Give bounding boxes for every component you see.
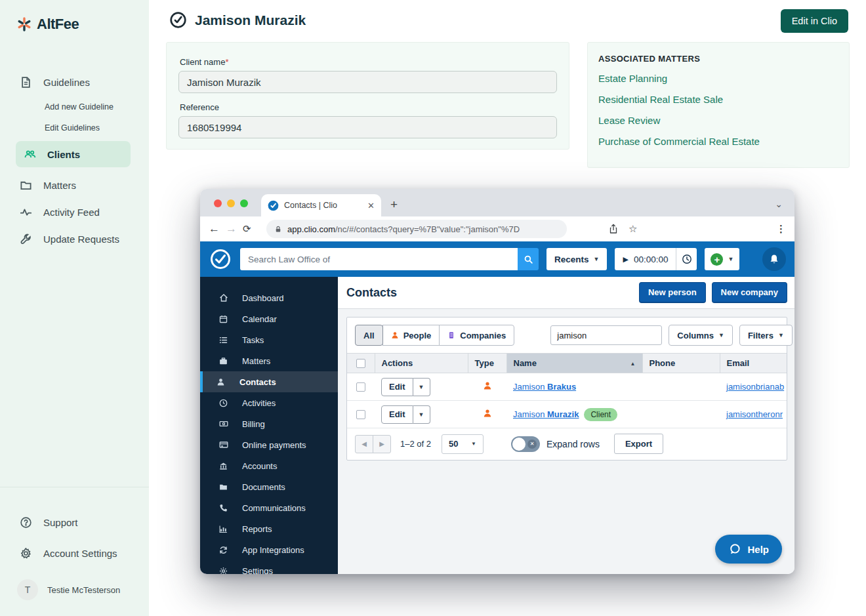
edit-button[interactable]: Edit <box>381 405 413 424</box>
sidebar-item-account-settings[interactable]: Account Settings <box>17 542 149 565</box>
filters-dropdown[interactable]: Filters▼ <box>739 325 793 346</box>
new-person-button[interactable]: New person <box>639 282 706 303</box>
clock-button[interactable] <box>676 248 697 270</box>
sync-icon <box>218 546 228 554</box>
list-icon <box>218 336 228 344</box>
clio-nav-accounts[interactable]: Accounts <box>200 455 338 476</box>
tab-companies[interactable]: Companies <box>439 325 514 346</box>
previous-page-button[interactable]: ◀ <box>355 435 373 453</box>
browser-menu-icon[interactable]: ⋮ <box>776 223 786 235</box>
required-asterisk: * <box>225 57 228 67</box>
contact-email-link[interactable]: jamisonbrianab <box>726 382 784 392</box>
sidebar-item-label: Clients <box>47 149 80 160</box>
sidebar-item-clients[interactable]: Clients <box>16 141 131 167</box>
clio-nav-billing[interactable]: Billing <box>200 413 338 434</box>
clio-nav-documents[interactable]: Documents <box>200 476 338 497</box>
share-icon[interactable] <box>609 224 618 234</box>
close-window-button[interactable] <box>214 199 222 207</box>
sidebar-user[interactable]: T Testie McTesterson <box>17 579 149 600</box>
pager-buttons: ◀ ▶ <box>355 435 391 453</box>
clio-nav-contacts[interactable]: Contacts <box>200 371 338 392</box>
next-page-button[interactable]: ▶ <box>373 435 391 453</box>
sidebar-footer: Support Account Settings T Testie McTest… <box>0 487 149 616</box>
client-name-field[interactable] <box>178 71 557 93</box>
tab-strip-chevron-icon[interactable]: ⌄ <box>775 199 783 209</box>
recents-button[interactable]: Recents▼ <box>546 248 607 270</box>
close-tab-icon[interactable]: ✕ <box>367 201 375 211</box>
columns-dropdown[interactable]: Columns▼ <box>669 325 733 346</box>
matter-link-estate-planning[interactable]: Estate Planning <box>598 73 838 84</box>
banknote-icon <box>218 419 228 428</box>
back-button[interactable]: ← <box>209 222 226 236</box>
matter-link-lease-review[interactable]: Lease Review <box>598 115 838 126</box>
clio-nav-reports[interactable]: Reports <box>200 518 338 539</box>
person-icon <box>391 331 399 339</box>
zoom-window-button[interactable] <box>240 199 248 207</box>
sidebar-item-activity-feed[interactable]: Activity Feed <box>0 201 149 224</box>
reference-field[interactable] <box>178 116 557 138</box>
sidebar-item-guidelines[interactable]: Guidelines <box>0 71 149 94</box>
clio-search-input[interactable] <box>240 248 518 270</box>
sidebar-item-edit-guidelines[interactable]: Edit Guidelines <box>0 119 149 137</box>
sidebar-item-matters[interactable]: Matters <box>0 174 149 197</box>
row-checkbox[interactable] <box>356 382 365 392</box>
edit-in-clio-button[interactable]: Edit in Clio <box>781 9 848 33</box>
chevron-down-icon: ▼ <box>471 441 476 447</box>
forward-button[interactable]: → <box>226 222 243 236</box>
help-button[interactable]: Help <box>715 535 782 564</box>
contact-email-link[interactable]: jamisontheronr <box>726 409 783 419</box>
clio-nav-dashboard[interactable]: Dashboard <box>200 287 338 308</box>
export-button[interactable]: Export <box>614 434 663 454</box>
contact-name-link[interactable]: Jamison Murazik <box>513 409 579 419</box>
browser-window: Contacts | Clio ✕ + ⌄ ← → ⟳ app.clio.com… <box>200 189 794 574</box>
tab-all[interactable]: All <box>355 325 383 346</box>
page-size-select[interactable]: 50▼ <box>442 434 484 454</box>
quick-add-button[interactable]: + ▼ <box>705 248 739 270</box>
tab-people[interactable]: People <box>382 325 440 346</box>
clio-nav-calendar[interactable]: Calendar <box>200 308 338 329</box>
address-bar[interactable]: app.clio.com/nc/#/contacts?query=%7B"val… <box>266 220 567 238</box>
table-header-row: Actions Type Name▲ Phone Email <box>347 354 787 373</box>
clio-nav-activities[interactable]: Activities <box>200 392 338 413</box>
notifications-button[interactable] <box>762 247 786 271</box>
new-company-button[interactable]: New company <box>712 282 787 303</box>
new-tab-button[interactable]: + <box>390 197 398 212</box>
clio-main: Contacts New person New company All Peop… <box>338 277 794 574</box>
sidebar-item-update-requests[interactable]: Update Requests <box>0 228 149 251</box>
folder-icon <box>20 179 33 192</box>
timer-start-button[interactable]: ▶ 00:00:00 <box>615 248 676 270</box>
reload-button[interactable]: ⟳ <box>243 223 262 235</box>
sidebar-item-add-new-guideline[interactable]: Add new Guideline <box>0 98 149 116</box>
clio-search-button[interactable] <box>518 248 539 270</box>
browser-tab[interactable]: Contacts | Clio ✕ <box>261 194 381 216</box>
contacts-search-input[interactable] <box>550 325 662 345</box>
edit-dropdown-caret[interactable]: ▼ <box>413 378 430 396</box>
matter-link-purchase-commercial-real-estate[interactable]: Purchase of Commercial Real Estate <box>598 136 838 147</box>
clio-nav-online-payments[interactable]: Online payments <box>200 434 338 455</box>
sidebar-item-support[interactable]: Support <box>17 511 149 534</box>
timer-widget: ▶ 00:00:00 <box>615 248 697 270</box>
browser-tab-strip: Contacts | Clio ✕ + ⌄ <box>200 189 794 216</box>
row-checkbox[interactable] <box>356 410 365 419</box>
associated-matters-card: ASSOCIATED MATTERS Estate Planning Resid… <box>587 42 850 168</box>
briefcase-icon <box>218 357 228 365</box>
col-name[interactable]: Name▲ <box>506 354 642 373</box>
check-circle-icon <box>169 11 187 29</box>
matter-link-residential-real-estate-sale[interactable]: Residential Real Estate Sale <box>598 94 838 105</box>
edit-dropdown-caret[interactable]: ▼ <box>413 405 430 424</box>
contact-name-link[interactable]: Jamison Brakus <box>513 382 576 392</box>
sidebar-item-label: Activity Feed <box>43 207 100 218</box>
expand-rows-toggle[interactable]: ✕ <box>511 436 540 452</box>
altfee-brand-name: AltFee <box>37 16 79 33</box>
clio-nav-settings[interactable]: Settings <box>200 560 338 574</box>
select-all-checkbox[interactable] <box>356 359 365 368</box>
clio-nav-tasks[interactable]: Tasks <box>200 329 338 350</box>
table-row: Edit ▼ Jamison Brakus jamisonbrianab <box>347 373 787 401</box>
phone-cell <box>642 373 720 401</box>
clio-nav-communications[interactable]: Communications <box>200 497 338 518</box>
bookmark-star-icon[interactable]: ☆ <box>629 223 637 235</box>
clio-nav-app-integrations[interactable]: App Integrations <box>200 539 338 560</box>
minimize-window-button[interactable] <box>227 199 235 207</box>
clio-nav-matters[interactable]: Matters <box>200 350 338 371</box>
edit-button[interactable]: Edit <box>381 378 413 396</box>
